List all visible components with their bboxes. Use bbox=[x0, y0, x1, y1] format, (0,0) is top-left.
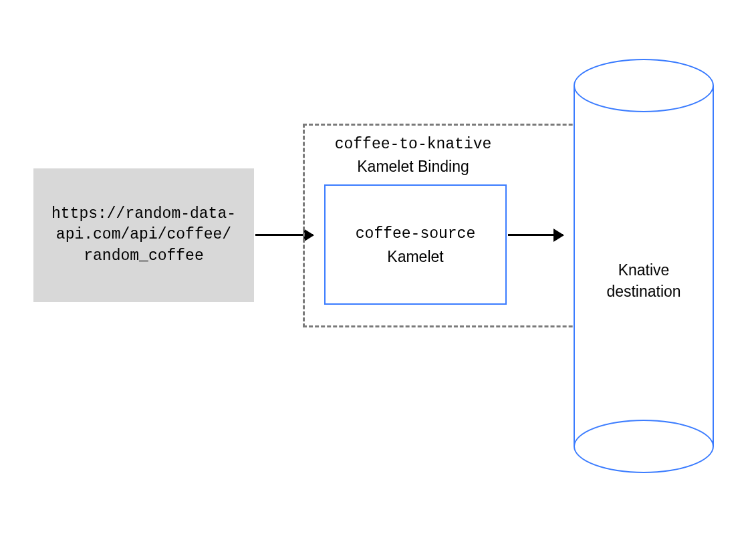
kamelet-type-label: Kamelet bbox=[387, 248, 443, 266]
destination-line2: destination bbox=[606, 283, 680, 300]
source-url-line2: api.com/api/coffee/ bbox=[56, 226, 231, 243]
destination-label: Knative destination bbox=[574, 259, 714, 302]
diagram-canvas: https://random-data- api.com/api/coffee/… bbox=[0, 0, 754, 560]
destination-line1: Knative bbox=[618, 261, 670, 279]
binding-type-label: Kamelet Binding bbox=[303, 158, 523, 176]
arrow-kamelet-to-destination bbox=[508, 234, 563, 236]
source-url-line1: https://random-data- bbox=[51, 205, 236, 223]
knative-destination-cylinder: Knative destination bbox=[574, 59, 714, 473]
binding-header: coffee-to-knative Kamelet Binding bbox=[303, 134, 523, 176]
kamelet-box: coffee-source Kamelet bbox=[324, 184, 507, 305]
cylinder-top bbox=[574, 59, 714, 112]
source-url: https://random-data- api.com/api/coffee/… bbox=[51, 204, 236, 266]
kamelet-name: coffee-source bbox=[356, 223, 475, 245]
source-box: https://random-data- api.com/api/coffee/… bbox=[33, 168, 254, 302]
cylinder-bottom bbox=[574, 420, 714, 473]
source-url-line3: random_coffee bbox=[84, 247, 203, 265]
binding-name: coffee-to-knative bbox=[303, 134, 523, 155]
